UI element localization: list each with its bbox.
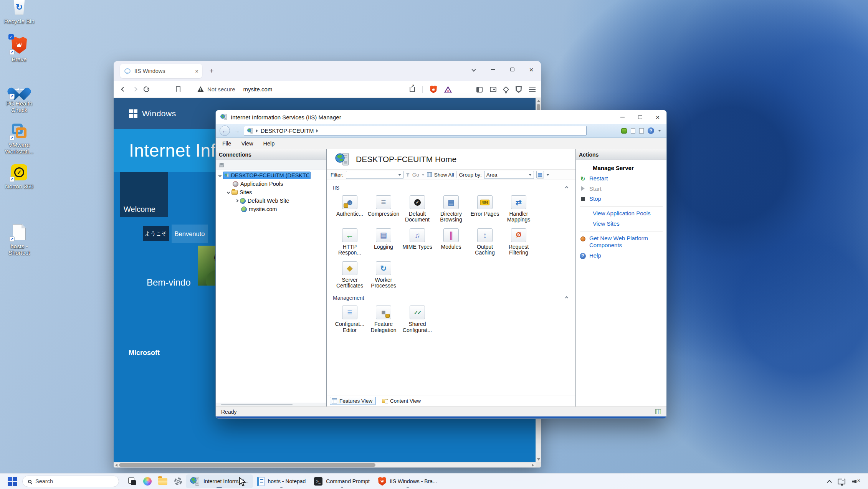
feature-compression[interactable]: Compression — [367, 195, 400, 223]
action-restart[interactable]: Restart — [576, 173, 666, 184]
security-label[interactable]: Not secure — [207, 86, 235, 93]
action-label[interactable]: Get New Web Platform Components — [589, 235, 658, 249]
scroll-down-arrow-icon[interactable] — [537, 458, 540, 461]
desktop-icon-brave[interactable]: Brave — [2, 36, 37, 63]
back-button[interactable] — [220, 126, 230, 136]
help-icon[interactable] — [648, 127, 654, 134]
action-start[interactable]: Start — [576, 184, 666, 194]
url-text[interactable]: mysite.com — [243, 86, 273, 93]
chevron-down-icon[interactable] — [227, 191, 230, 194]
browser-close-button[interactable] — [522, 61, 541, 78]
tab-search-chevron-icon[interactable] — [464, 61, 483, 78]
tray-chevron-up-icon[interactable] — [827, 480, 832, 485]
collapse-group-button[interactable] — [563, 185, 570, 191]
action-stop[interactable]: Stop — [576, 194, 666, 204]
group-by-select[interactable]: Area — [484, 171, 534, 179]
tree-item-sites[interactable]: Sites — [216, 188, 326, 197]
collapse-group-button[interactable] — [563, 295, 570, 301]
hamburger-menu-icon[interactable] — [529, 87, 536, 88]
iis-close-button[interactable] — [649, 110, 666, 124]
browser-tab[interactable]: IIS Windows — [120, 64, 202, 78]
action-view-sites[interactable]: View Sites — [589, 219, 666, 229]
tab-close-icon[interactable] — [195, 68, 198, 74]
vpn-shield-icon[interactable] — [516, 86, 522, 93]
wallet-icon[interactable] — [490, 87, 496, 92]
desktop-icon-hosts-shortcut[interactable]: hosts - Shortcut — [2, 223, 37, 256]
forward-button[interactable] — [129, 88, 141, 91]
file-explorer-button[interactable] — [155, 474, 170, 488]
tree-item-server-root[interactable]: DESKTOP-FCEUITM (DESKTOP-FCEUITM — [216, 171, 326, 180]
filter-input[interactable] — [346, 171, 403, 179]
network-icon[interactable] — [838, 479, 845, 484]
scrollbar-thumb[interactable] — [221, 404, 293, 405]
brave-shield-icon[interactable] — [430, 86, 437, 93]
chevron-right-icon[interactable] — [235, 199, 238, 202]
action-label[interactable]: View Sites — [593, 220, 620, 228]
bookmark-icon[interactable] — [176, 86, 180, 92]
back-button[interactable] — [117, 88, 129, 91]
scrollbar-thumb[interactable] — [119, 463, 375, 467]
new-tab-button[interactable] — [207, 67, 216, 76]
feature-worker-processes[interactable]: Worker Processes — [367, 261, 400, 289]
breadcrumb-arrow-icon[interactable] — [256, 129, 258, 132]
desktop-icon-pc-health-check[interactable]: PC Health Check — [2, 80, 37, 114]
feature-configuration-editor[interactable]: Configurat... Editor — [333, 306, 367, 333]
breadcrumb[interactable]: DESKTOP-FCEUITM — [244, 126, 587, 135]
desktop-icon-norton[interactable]: Norton 360 — [2, 163, 37, 190]
scroll-left-arrow-icon[interactable] — [115, 464, 117, 467]
forward-button[interactable] — [233, 127, 241, 134]
taskbar-app-command-prompt[interactable]: Command Prompt — [310, 474, 374, 488]
scroll-right-arrow-icon[interactable] — [532, 464, 534, 467]
filter-funnel-icon[interactable] — [406, 173, 410, 177]
iis-maximize-button[interactable] — [631, 110, 649, 124]
action-view-application-pools[interactable]: View Application Pools — [589, 208, 666, 219]
feature-error-pages[interactable]: Error Pages — [468, 195, 502, 223]
tree-item-default-web-site[interactable]: Default Web Site — [216, 197, 326, 205]
feature-directory-browsing[interactable]: Directory Browsing — [434, 195, 468, 223]
feature-http-response-headers[interactable]: HTTP Respon... — [333, 228, 367, 256]
volume-muted-icon[interactable] — [852, 478, 860, 484]
tab-features-view[interactable]: Features View — [330, 397, 376, 405]
taskbar-search[interactable]: Search — [22, 476, 119, 487]
view-style-caret-icon[interactable] — [546, 174, 549, 176]
taskbar-app-notepad[interactable]: hosts - Notepad — [253, 474, 310, 488]
task-view-button[interactable] — [124, 474, 140, 488]
action-label[interactable]: Restart — [589, 175, 608, 182]
action-label[interactable]: Stop — [589, 195, 601, 203]
go-dropdown-caret-icon[interactable] — [422, 174, 425, 176]
start-button[interactable] — [5, 474, 20, 488]
share-icon[interactable] — [410, 87, 415, 92]
feature-server-certificates[interactable]: Server Certificates — [333, 261, 367, 289]
show-all-button[interactable]: Show All — [434, 172, 454, 178]
menu-view[interactable]: View — [241, 140, 253, 147]
page-icon[interactable] — [631, 128, 635, 134]
address-bar[interactable]: Not secure mysite.com — [197, 86, 272, 93]
breadcrumb-server-name[interactable]: DESKTOP-FCEUITM — [261, 128, 314, 134]
horizontal-scrollbar[interactable] — [114, 462, 536, 468]
save-connections-icon[interactable] — [219, 163, 224, 167]
feature-request-filtering[interactable]: Request Filtering — [502, 228, 536, 256]
chevron-down-icon[interactable] — [218, 174, 222, 177]
view-style-button[interactable] — [536, 171, 544, 178]
desktop-icon-recycle-bin[interactable]: Recycle Bin — [2, 0, 37, 25]
leo-ai-icon[interactable] — [503, 86, 509, 93]
menu-file[interactable]: File — [222, 140, 231, 147]
feature-logging[interactable]: Logging — [367, 228, 400, 256]
action-get-new-web-platform[interactable]: Get New Web Platform Components — [576, 233, 666, 251]
iis-minimize-button[interactable] — [613, 110, 631, 124]
browser-minimize-button[interactable] — [483, 61, 503, 78]
action-label[interactable]: Start — [589, 185, 602, 193]
taskbar-app-brave[interactable]: IIS Windows - Bra... — [374, 474, 441, 488]
tree-item-application-pools[interactable]: Application Pools — [216, 180, 326, 188]
feature-feature-delegation[interactable]: Feature Delegation — [367, 306, 400, 333]
not-secure-warning-icon[interactable] — [197, 86, 204, 92]
sidebar-icon[interactable] — [476, 87, 483, 93]
breadcrumb-arrow-icon[interactable] — [316, 129, 318, 132]
brave-rewards-icon[interactable]: 1 — [444, 86, 452, 93]
feature-mime-types[interactable]: MIME Types — [400, 228, 434, 256]
action-help[interactable]: Help — [576, 251, 666, 261]
feature-authentication[interactable]: Authentic... — [333, 195, 367, 223]
tab-content-view[interactable]: Content View — [380, 397, 424, 405]
feature-modules[interactable]: Modules — [434, 228, 468, 256]
go-button[interactable]: Go — [412, 172, 419, 178]
